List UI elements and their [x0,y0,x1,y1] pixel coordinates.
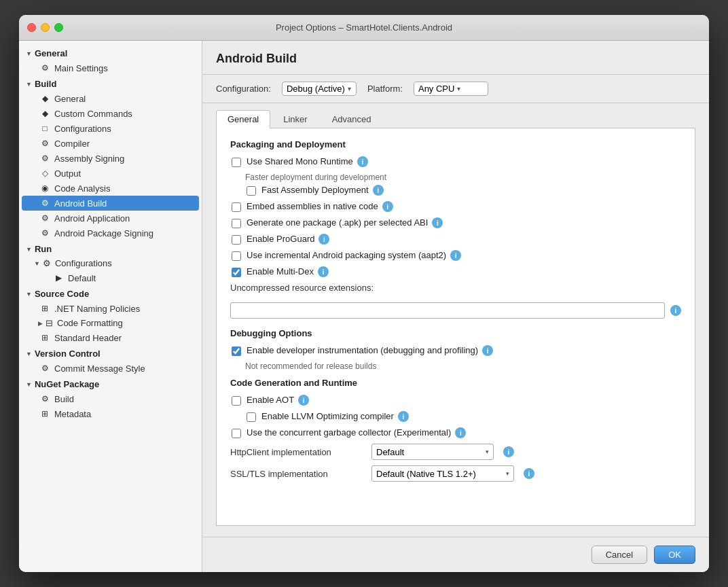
sidebar-item-android-application[interactable]: ⚙ Android Application [19,211,202,226]
info-icon-embed-assemblies[interactable]: i [382,201,393,212]
info-icon-ssltls[interactable]: i [524,468,534,479]
sidebar-subgroup-header-code-formatting[interactable]: ▶ ⊟ Code Formatting [19,316,202,330]
httpclient-dropdown[interactable]: Default ▾ [371,444,494,460]
checkbox-use-shared-mono[interactable] [232,158,241,167]
info-icon-fast-assembly[interactable]: i [373,185,384,196]
sublabel-developer: Not recommended for release builds [245,361,681,371]
checkbox-enable-aot[interactable] [232,396,241,406]
info-icon-uncompressed[interactable]: i [670,305,681,316]
httpclient-row: HttpClient implementation Default ▾ i [230,444,681,460]
tab-linker[interactable]: Linker [272,110,318,128]
sidebar-item-custom-commands[interactable]: ◆ Custom Commands [19,106,202,121]
sidebar-group-header-build[interactable]: ▼ Build [19,77,202,91]
checkbox-enable-multidex[interactable] [232,268,241,277]
sidebar-group-header-nuget[interactable]: ▼ NuGet Package [19,377,202,391]
window-title: Project Options – SmartHotel.Clients.And… [276,22,452,33]
tabs-container: General Linker Advanced [202,103,709,128]
info-icon-generate-package[interactable]: i [432,217,443,228]
gear-icon: ⚙ [39,63,50,73]
ok-button[interactable]: OK [654,546,695,564]
sidebar-group-header-version-control[interactable]: ▼ Version Control [19,346,202,361]
debugging-section-title: Debugging Options [230,328,681,338]
chevron-down-icon-vc: ▼ [26,351,32,357]
sidebar-group-general: ▼ General ⚙ Main Settings [19,46,202,75]
sidebar-item-code-analysis[interactable]: ◉ Code Analysis [19,181,202,196]
info-icon-aot[interactable]: i [298,395,309,406]
checkbox-fast-assembly[interactable] [247,186,256,196]
checkbox-enable-proguard[interactable] [232,235,241,245]
sidebar-item-label-output: Output [54,168,81,179]
tab-advanced[interactable]: Advanced [321,110,383,128]
info-icon-concurrent-gc[interactable]: i [455,427,466,438]
info-icon-proguard[interactable]: i [318,234,329,245]
info-icon-incremental[interactable]: i [450,250,461,261]
uncompressed-input[interactable] [230,302,665,319]
main-header: Android Build [202,41,709,75]
chevron-down-icon-platform: ▾ [457,85,460,92]
main-window: Project Options – SmartHotel.Clients.And… [19,15,709,572]
sidebar-item-label-configurations: Configurations [54,124,111,134]
sidebar-item-metadata[interactable]: ⊞ Metadata [19,406,202,421]
platform-dropdown[interactable]: Any CPU ▾ [414,82,488,96]
sidebar-group-header-source-code[interactable]: ▼ Source Code [19,287,202,301]
tab-general-label: General [228,114,259,124]
sidebar-group-label-source-code: Source Code [35,289,89,299]
sidebar-item-assembly-signing[interactable]: ⚙ Assembly Signing [19,151,202,166]
info-icon-developer[interactable]: i [482,345,493,356]
ssltls-label: SSL/TLS implementation [230,469,366,479]
info-icon-shared-mono[interactable]: i [357,156,368,167]
sidebar-subgroup-header-run-config[interactable]: ▼ ⚙ Configurations [19,256,202,270]
tab-general[interactable]: General [216,110,270,128]
sidebar-group-header-general[interactable]: ▼ General [19,46,202,60]
checkbox-use-incremental[interactable] [232,251,241,261]
sidebar-item-general-build[interactable]: ◆ General [19,91,202,106]
tab-advanced-label: Advanced [332,114,371,124]
sidebar-item-output[interactable]: ◇ Output [19,166,202,181]
sidebar-item-label-default: Default [68,273,96,283]
sidebar-item-configurations[interactable]: □ Configurations [19,121,202,136]
cancel-button[interactable]: Cancel [592,546,647,564]
sidebar-item-default[interactable]: ▶ Default [19,270,202,285]
option-concurrent-gc: Use the concurrent garbage collector (Ex… [230,427,681,438]
sidebar-group-header-run[interactable]: ▼ Run [19,242,202,256]
sidebar-item-label-nuget-build: Build [54,394,74,404]
configuration-dropdown[interactable]: Debug (Active) ▾ [282,82,357,96]
minimize-button[interactable] [41,23,50,32]
page-title: Android Build [216,52,695,66]
info-icon-multidex[interactable]: i [318,266,329,277]
checkbox-embed-assemblies[interactable] [232,202,241,212]
sidebar-item-commit-message[interactable]: ⚙ Commit Message Style [19,361,202,376]
sidebar-item-standard-header[interactable]: ⊞ Standard Header [19,330,202,345]
info-icon-httpclient[interactable]: i [503,446,514,457]
label-generate-one-package: Generate one package (.apk) per selected… [247,217,428,228]
httpclient-label: HttpClient implementation [230,447,366,457]
label-enable-multidex: Enable Multi-Dex [247,266,314,277]
close-button[interactable] [27,23,36,32]
checkbox-concurrent-gc[interactable] [232,429,241,438]
checkbox-enable-llvm[interactable] [247,412,256,422]
sidebar-item-nuget-build[interactable]: ⚙ Build [19,391,202,406]
sidebar-group-build: ▼ Build ◆ General ◆ Custom Commands □ Co… [19,77,202,241]
platform-label: Platform: [367,84,403,94]
sidebar-item-compiler[interactable]: ⚙ Compiler [19,136,202,151]
sidebar-item-android-package-signing[interactable]: ⚙ Android Package Signing [19,226,202,241]
info-icon-llvm[interactable]: i [398,411,409,422]
maximize-button[interactable] [54,23,63,32]
uncompressed-row: Uncompressed resource extensions: [230,283,681,293]
gear-icon-nuget: ⚙ [39,393,50,404]
checkbox-generate-one-package[interactable] [232,219,241,228]
sidebar: ▼ General ⚙ Main Settings ▼ Build ◆ Gene… [19,41,202,572]
sidebar-item-main-settings[interactable]: ⚙ Main Settings [19,60,202,75]
sidebar-item-android-build[interactable]: ⚙ Android Build [22,196,199,211]
httpclient-value: Default [376,447,404,457]
grid-icon-header: ⊞ [39,332,50,343]
checkbox-enable-developer[interactable] [232,346,241,356]
sidebar-group-label-version-control: Version Control [35,349,101,359]
sidebar-item-label-metadata: Metadata [54,409,91,419]
sidebar-item-label-commit-message: Commit Message Style [54,363,145,374]
sidebar-item-label-code-formatting: Code Formatting [57,318,123,328]
label-enable-llvm: Enable LLVM Optimizing compiler [261,411,394,421]
sidebar-item-net-naming[interactable]: ⊞ .NET Naming Policies [19,301,202,316]
square-icon: □ [39,123,50,134]
ssltls-dropdown[interactable]: Default (Native TLS 1.2+) ▾ [371,465,514,482]
